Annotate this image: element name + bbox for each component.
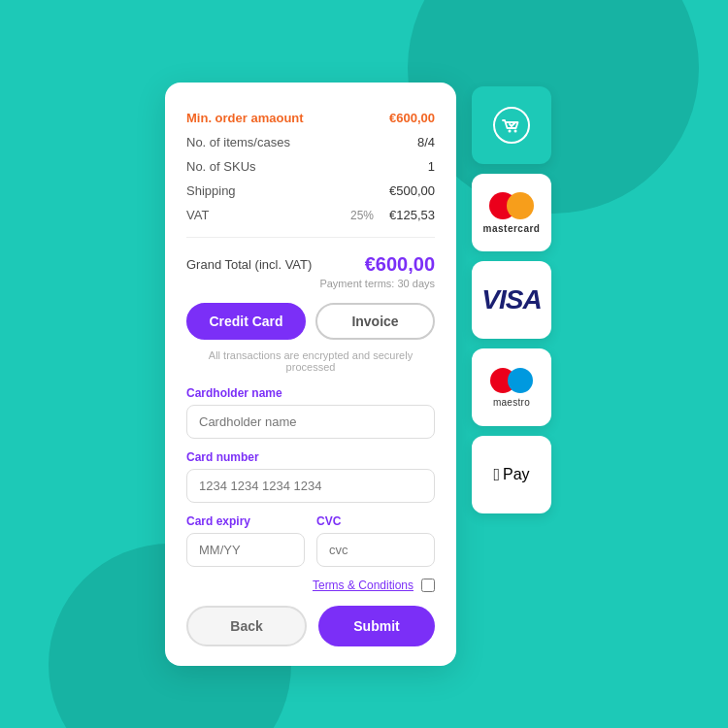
cvc-input[interactable]	[316, 533, 435, 567]
mastercard-label: mastercard	[483, 223, 541, 234]
vat-percent: 25%	[350, 209, 374, 222]
svg-point-1	[509, 130, 512, 133]
terms-checkbox[interactable]	[421, 579, 435, 592]
cardholder-label: Cardholder name	[186, 386, 435, 400]
maestro-logo-card: maestro	[472, 348, 551, 426]
invoice-tab[interactable]: Invoice	[315, 303, 435, 340]
shipping-row: Shipping €500,00	[186, 179, 435, 203]
cvc-label: CVC	[316, 514, 435, 528]
visa-text: VISA	[481, 284, 541, 315]
items-label: No. of items/cases	[186, 135, 290, 149]
payment-tabs: Credit Card Invoice	[186, 303, 435, 340]
vat-row: VAT 25% €125,53	[186, 203, 435, 227]
grand-total-row: Grand Total (incl. VAT) €600,00	[186, 248, 435, 278]
action-buttons: Back Submit	[186, 606, 435, 646]
expiry-label: Card expiry	[186, 514, 305, 528]
card-number-label: Card number	[186, 450, 435, 464]
skus-value: 1	[428, 159, 435, 174]
back-button[interactable]: Back	[186, 606, 307, 646]
mastercard-circles	[489, 192, 534, 219]
submit-button[interactable]: Submit	[318, 606, 435, 646]
expiry-input[interactable]	[186, 533, 305, 567]
cardholder-input[interactable]	[186, 405, 435, 439]
vat-value: €125,53	[389, 208, 435, 222]
skus-label: No. of SKUs	[186, 159, 256, 174]
card-number-input[interactable]	[186, 469, 435, 503]
terms-link[interactable]: Terms & Conditions	[313, 579, 414, 592]
divider	[186, 237, 435, 238]
skus-row: No. of SKUs 1	[186, 154, 435, 179]
mastercard-logo-card: mastercard	[472, 174, 551, 251]
payment-terms: Payment terms: 30 days	[186, 278, 435, 289]
shipping-value: €500,00	[389, 183, 435, 198]
payment-logos: mastercard VISA maestro  Pay	[472, 83, 551, 666]
maestro-circles	[490, 368, 533, 393]
expiry-group: Card expiry	[186, 514, 305, 567]
min-order-row: Min. order amaount €600,00	[186, 106, 435, 130]
items-row: No. of items/cases 8/4	[186, 130, 435, 154]
expiry-cvc-row: Card expiry CVC	[186, 514, 435, 579]
vat-label: VAT	[186, 208, 209, 222]
svg-point-2	[514, 130, 517, 133]
min-order-label: Min. order amaount	[186, 111, 304, 125]
apple-icon: 	[493, 465, 500, 485]
card-number-group: Card number	[186, 450, 435, 503]
cvc-group: CVC	[316, 514, 435, 567]
apple-pay-logo-card:  Pay	[472, 436, 551, 513]
credit-card-tab[interactable]: Credit Card	[186, 303, 306, 340]
grand-total-value: €600,00	[365, 253, 435, 276]
mae-blue-circle	[508, 368, 533, 393]
terms-row: Terms & Conditions	[186, 579, 435, 592]
apple-pay-text: Pay	[503, 466, 530, 483]
items-value: 8/4	[417, 135, 435, 149]
cart-logo-card	[472, 86, 551, 164]
security-note: All transactions are encrypted and secur…	[186, 349, 435, 373]
shipping-label: Shipping	[186, 183, 236, 198]
cart-icon	[490, 104, 533, 147]
visa-logo-card: VISA	[472, 261, 551, 339]
order-summary: Min. order amaount €600,00 No. of items/…	[186, 106, 435, 289]
mc-orange-circle	[507, 192, 534, 219]
maestro-label: maestro	[493, 397, 530, 408]
main-container: Min. order amaount €600,00 No. of items/…	[165, 83, 551, 666]
cardholder-group: Cardholder name	[186, 386, 435, 439]
payment-card: Min. order amaount €600,00 No. of items/…	[165, 83, 456, 666]
grand-total-label: Grand Total (incl. VAT)	[186, 257, 312, 272]
min-order-value: €600,00	[389, 111, 435, 125]
apple-pay-container:  Pay	[493, 465, 529, 485]
